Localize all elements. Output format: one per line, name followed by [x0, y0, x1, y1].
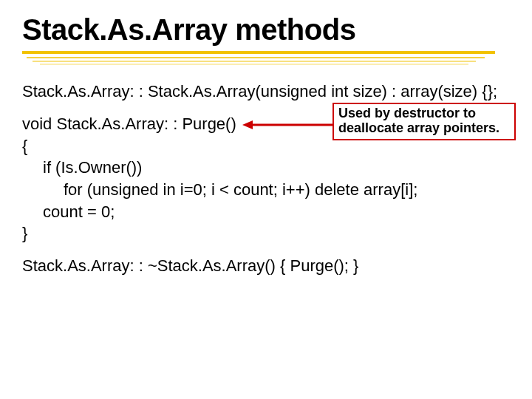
slide-title: Stack.As.Array methods	[22, 13, 510, 47]
code-purge-block: void Stack.As.Array: : Purge() Used by d…	[22, 113, 510, 245]
callout-line1: Used by destructor to	[338, 106, 510, 121]
code-constructor: Stack.As.Array: : Stack.As.Array(unsigne…	[22, 81, 510, 103]
content-area: Stack.As.Array: : Stack.As.Array(unsigne…	[22, 81, 510, 277]
code-if-line: if (Is.Owner())	[22, 157, 510, 179]
callout-box: Used by destructor to deallocate array p…	[332, 103, 516, 140]
svg-marker-1	[242, 120, 253, 129]
code-brace-close: }	[22, 222, 510, 245]
code-count-line: count = 0;	[22, 201, 510, 223]
code-purge-signature: void Stack.As.Array: : Purge()	[22, 113, 236, 135]
code-for-line: for (unsigned in i=0; i < count; i++) de…	[22, 179, 510, 201]
slide: Stack.As.Array methods Stack.As.Array: :…	[0, 0, 532, 277]
arrow-icon	[242, 119, 335, 131]
callout-line2: deallocate array pointers.	[338, 120, 510, 136]
code-destructor: Stack.As.Array: : ~Stack.As.Array() { Pu…	[22, 255, 510, 277]
title-underline	[22, 48, 510, 70]
